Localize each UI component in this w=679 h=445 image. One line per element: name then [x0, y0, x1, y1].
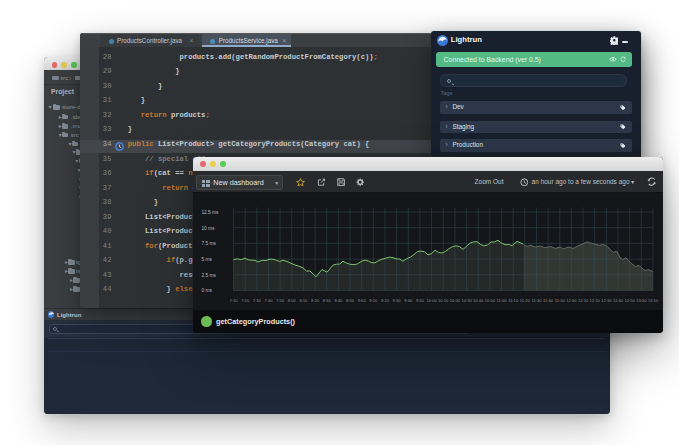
svg-text:8:40: 8:40 — [334, 298, 343, 303]
svg-text:12:20: 12:20 — [590, 298, 601, 303]
svg-text:9:40: 9:40 — [404, 298, 413, 303]
svg-text:7:50: 7:50 — [276, 298, 285, 303]
svg-text:11:10: 11:10 — [508, 298, 519, 303]
svg-text:0 ms: 0 ms — [201, 288, 212, 293]
svg-text:8:30: 8:30 — [323, 298, 332, 303]
svg-text:11:00: 11:00 — [497, 298, 508, 303]
svg-text:12:10: 12:10 — [578, 298, 589, 303]
svg-text:12:30: 12:30 — [601, 298, 612, 303]
svg-text:7:40: 7:40 — [265, 298, 274, 303]
svg-text:10 ms: 10 ms — [201, 226, 215, 231]
svg-text:8:20: 8:20 — [311, 298, 320, 303]
svg-text:9:50: 9:50 — [416, 298, 425, 303]
svg-text:12.5 ms: 12.5 ms — [201, 210, 219, 215]
svg-text:8:50: 8:50 — [346, 298, 355, 303]
svg-text:2.5 ms: 2.5 ms — [201, 273, 216, 278]
svg-text:11:20: 11:20 — [520, 298, 531, 303]
svg-text:9:00: 9:00 — [358, 298, 367, 303]
svg-text:9:30: 9:30 — [393, 298, 402, 303]
svg-text:13:00: 13:00 — [636, 298, 647, 303]
svg-text:11:30: 11:30 — [532, 298, 543, 303]
svg-text:13:10: 13:10 — [648, 298, 659, 303]
svg-text:12:00: 12:00 — [566, 298, 577, 303]
svg-text:7:30: 7:30 — [253, 298, 262, 303]
svg-text:10:00: 10:00 — [426, 298, 437, 303]
svg-text:8:00: 8:00 — [288, 298, 297, 303]
svg-text:11:50: 11:50 — [555, 298, 566, 303]
svg-text:10:10: 10:10 — [438, 298, 449, 303]
svg-text:10:40: 10:40 — [473, 298, 484, 303]
svg-text:10:20: 10:20 — [450, 298, 461, 303]
svg-text:12:50: 12:50 — [625, 298, 636, 303]
svg-text:8:10: 8:10 — [299, 298, 308, 303]
svg-text:9:20: 9:20 — [381, 298, 390, 303]
svg-text:7.5 ms: 7.5 ms — [201, 241, 216, 246]
svg-text:11:40: 11:40 — [543, 298, 554, 303]
svg-text:5 ms: 5 ms — [201, 257, 212, 262]
svg-text:7:10: 7:10 — [230, 298, 239, 303]
svg-text:12:40: 12:40 — [613, 298, 624, 303]
svg-text:7:20: 7:20 — [241, 298, 250, 303]
svg-text:10:50: 10:50 — [485, 298, 496, 303]
svg-text:9:10: 9:10 — [369, 298, 378, 303]
svg-text:10:30: 10:30 — [461, 298, 472, 303]
